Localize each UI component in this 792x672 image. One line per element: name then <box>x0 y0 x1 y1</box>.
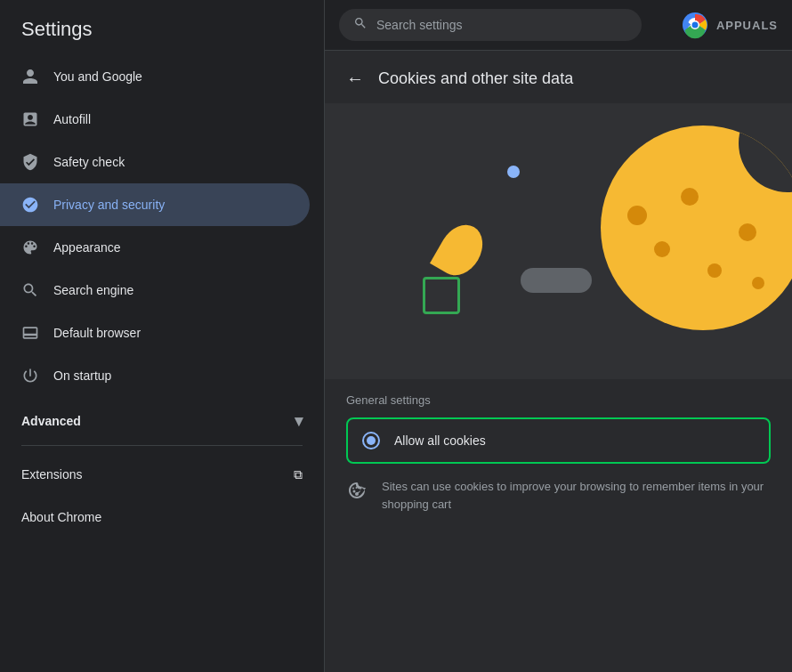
autofill-icon <box>21 110 39 128</box>
svg-point-6 <box>356 487 358 489</box>
sidebar-item-you-and-google[interactable]: You and Google <box>0 55 310 98</box>
cookie-dot-2 <box>654 241 670 257</box>
sidebar-item-privacy-label: Privacy and security <box>53 198 165 212</box>
search-input[interactable] <box>376 18 627 32</box>
radio-button-inner <box>367 436 376 445</box>
logo: APPUALS <box>681 11 778 39</box>
extensions-label: Extensions <box>21 467 82 482</box>
cookie-dot-6 <box>752 277 764 289</box>
cookie-icon <box>346 480 368 501</box>
radio-button-allow-all[interactable] <box>362 432 380 449</box>
power-icon <box>21 367 39 385</box>
sidebar-item-autofill[interactable]: Autofill <box>0 98 310 141</box>
cookies-info-text: Sites can use cookies to improve your br… <box>382 478 771 513</box>
sidebar-item-on-startup[interactable]: On startup <box>0 354 310 397</box>
top-bar: APPUALS <box>325 0 792 51</box>
sidebar-item-appearance[interactable]: Appearance <box>0 226 310 269</box>
about-chrome-label: About Chrome <box>21 510 101 524</box>
back-button[interactable]: ← <box>346 69 364 89</box>
advanced-section-header[interactable]: Advanced ▾ <box>0 397 324 438</box>
shield-icon <box>21 153 39 171</box>
illustration-gray-pill <box>521 268 592 293</box>
illustration-cookie <box>601 125 792 330</box>
sidebar-divider <box>21 445 303 446</box>
external-link-icon: ⧉ <box>294 467 303 482</box>
sidebar-item-default-browser-label: Default browser <box>53 326 141 340</box>
sidebar-item-search-engine-label: Search engine <box>53 283 133 297</box>
main-content: APPUALS ← Cookies and other site data <box>325 0 792 672</box>
cookies-info-row: Sites can use cookies to improve your br… <box>346 467 771 523</box>
default-browser-icon <box>21 324 39 342</box>
chevron-down-icon: ▾ <box>295 411 303 431</box>
illustration-yellow-drop <box>430 217 491 283</box>
cookie-dot-4 <box>707 263 722 278</box>
svg-point-4 <box>691 22 698 28</box>
sidebar-item-default-browser[interactable]: Default browser <box>0 312 310 354</box>
svg-point-5 <box>353 490 356 493</box>
security-icon <box>21 196 39 214</box>
cookie-illustration <box>325 103 792 379</box>
allow-all-cookies-label: Allow all cookies <box>394 433 486 448</box>
person-icon <box>21 68 39 85</box>
cookie-bite <box>739 125 792 192</box>
sidebar-item-appearance-label: Appearance <box>53 240 121 255</box>
general-settings-title: General settings <box>346 393 771 407</box>
illustration-green-square <box>423 277 460 314</box>
illustration-blue-dot <box>507 166 520 178</box>
sidebar-item-privacy-and-security[interactable]: Privacy and security <box>0 183 310 226</box>
search-box[interactable] <box>339 9 642 41</box>
page-title: Cookies and other site data <box>378 69 573 88</box>
sidebar-item-on-startup-label: On startup <box>53 368 111 383</box>
sidebar-item-search-engine[interactable]: Search engine <box>0 269 310 312</box>
sidebar-item-about-chrome[interactable]: About Chrome <box>0 496 324 538</box>
search-icon <box>353 16 368 34</box>
sidebar-item-extensions[interactable]: Extensions ⧉ <box>0 453 324 496</box>
sidebar: Settings You and Google Autofill Safety … <box>0 0 325 672</box>
sidebar-item-safety-check-label: Safety check <box>53 155 125 169</box>
logo-text: APPUALS <box>716 19 778 32</box>
cookie-dot-1 <box>627 206 647 225</box>
page-header: ← Cookies and other site data <box>325 51 792 103</box>
cookie-dot-5 <box>739 223 756 241</box>
svg-point-7 <box>352 488 354 490</box>
search-engine-icon <box>21 281 39 299</box>
allow-all-cookies-option[interactable]: Allow all cookies <box>346 417 771 464</box>
sidebar-item-safety-check[interactable]: Safety check <box>0 141 310 183</box>
palette-icon <box>21 239 39 256</box>
cookie-dot-3 <box>681 188 699 206</box>
sidebar-item-autofill-label: Autofill <box>53 112 91 126</box>
page-content: ← Cookies and other site data <box>325 51 792 672</box>
app-title: Settings <box>0 0 324 55</box>
sidebar-item-you-and-google-label: You and Google <box>53 69 142 84</box>
general-settings-section: General settings Allow all cookies <box>325 379 792 538</box>
advanced-label: Advanced <box>21 414 81 428</box>
